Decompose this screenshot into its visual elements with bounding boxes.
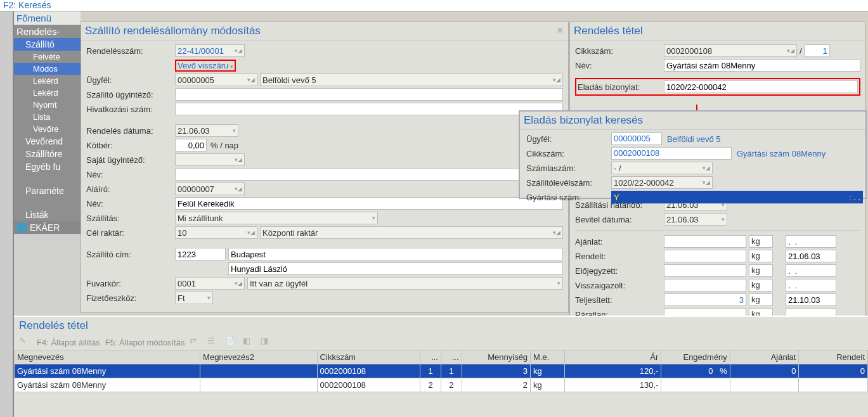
pop-itemname: Gyártási szám 08Menny bbox=[737, 149, 826, 158]
pop-client-no[interactable]: 00000005 bbox=[611, 132, 662, 145]
date-field[interactable] bbox=[786, 250, 836, 262]
doc-icon[interactable]: 📄 bbox=[225, 336, 238, 349]
sale-doc-highlight: Eladás bizonylat: bbox=[575, 78, 860, 96]
tree-print[interactable]: Nyomt bbox=[14, 99, 81, 111]
label-name1: Név: bbox=[86, 170, 175, 179]
tool-f4[interactable]: F4: Állapot állítás bbox=[37, 338, 100, 347]
tree-main[interactable]: Főmenü bbox=[14, 11, 81, 25]
order-date-field[interactable]: 21.06.03▾ bbox=[175, 124, 238, 137]
ship-field[interactable]: Mi szállítunk▾ bbox=[175, 212, 378, 224]
own-handler-field[interactable]: ▾◢ bbox=[175, 153, 245, 166]
date-field[interactable] bbox=[786, 235, 836, 248]
popup-title: Eladás bizonylat keresés bbox=[520, 112, 865, 130]
edit-icon[interactable]: ✎ bbox=[19, 336, 32, 349]
qty-field[interactable] bbox=[664, 279, 746, 292]
col-d2[interactable]: ... bbox=[441, 350, 462, 364]
name1-field[interactable] bbox=[175, 168, 563, 181]
penalty-field[interactable] bbox=[175, 139, 207, 151]
app-toolbar-strip bbox=[0, 11, 14, 417]
col-name2[interactable]: Megnevezés2 bbox=[200, 350, 318, 364]
table-row[interactable]: Gyártási szám 08Menny0002000108113kg120,… bbox=[15, 364, 868, 378]
label-pay: Fizetőeszköz: bbox=[86, 293, 175, 303]
label-pop-serial: Gyártási szám: bbox=[522, 193, 611, 202]
col-name[interactable]: Megnevezés bbox=[15, 350, 200, 364]
signer-field[interactable]: 00000007▾◢ bbox=[175, 183, 245, 195]
tree-query1[interactable]: Lekérd bbox=[14, 75, 81, 87]
tree-supp-order[interactable]: Szállítóre bbox=[14, 148, 81, 160]
date-field[interactable] bbox=[786, 264, 836, 277]
tree-orders[interactable]: Rendelés- bbox=[14, 25, 81, 38]
order-items-panel: Rendelés tétel ✎ F4: Állapot állítás F5:… bbox=[14, 316, 868, 417]
label-route: Fuvarkör: bbox=[86, 279, 175, 288]
col-ord[interactable]: Rendelt bbox=[799, 350, 868, 364]
swap-icon[interactable]: ⇄ bbox=[190, 336, 202, 349]
filter-icon[interactable]: ◧ bbox=[243, 336, 256, 349]
order-items-table[interactable]: Megnevezés Megnevezés2 Cikkszám ... ... … bbox=[14, 350, 868, 392]
pop-serial-field[interactable]: Y : . . bbox=[611, 191, 863, 203]
tree-query2[interactable]: Lekérd bbox=[14, 87, 81, 99]
route-no-field[interactable]: 0001▾◢ bbox=[175, 277, 245, 290]
pop-delivno[interactable]: 1020/22-000042▾◢ bbox=[611, 176, 713, 189]
qty-field[interactable] bbox=[664, 293, 746, 306]
refno-field[interactable] bbox=[175, 103, 563, 115]
unit-field: kg bbox=[749, 235, 773, 248]
pop-itemno[interactable]: 0002000108 bbox=[611, 147, 732, 160]
city-field[interactable] bbox=[228, 248, 563, 260]
qty-field[interactable] bbox=[664, 250, 746, 262]
target-name-field[interactable]: Központi raktár▾◢ bbox=[260, 226, 563, 239]
target-no-field[interactable]: 10▾◢ bbox=[175, 226, 257, 239]
panel-title: Szállító rendelésállomány módosítás ✕ bbox=[81, 22, 568, 41]
handler-field[interactable] bbox=[175, 88, 563, 101]
col-unit[interactable]: M.e. bbox=[531, 350, 565, 364]
route-name-field[interactable]: Itt van az ügyfél▾ bbox=[247, 277, 563, 290]
qty-field[interactable] bbox=[664, 235, 746, 248]
label-refno: Hivatkozási szám: bbox=[86, 105, 175, 114]
list-icon[interactable]: ☰ bbox=[207, 336, 220, 349]
table-row[interactable]: Gyártási szám 08Menny0002000108222kg130,… bbox=[15, 378, 868, 392]
order-no-field[interactable]: 22-41/00001▾◢ bbox=[175, 44, 245, 57]
itemseq-field[interactable] bbox=[805, 44, 830, 57]
label-addr: Szállító cím: bbox=[86, 250, 175, 259]
return-type-dropdown[interactable]: Vevő visszáru▾ bbox=[175, 60, 236, 72]
date-field[interactable] bbox=[786, 279, 836, 292]
col-d1[interactable]: ... bbox=[420, 350, 441, 364]
entry-field[interactable]: 21.06.03▾ bbox=[664, 213, 727, 226]
close-icon[interactable]: ✕ bbox=[556, 25, 564, 36]
tool-f5[interactable]: F5: Állapot módosítás bbox=[105, 338, 185, 347]
zip-field[interactable] bbox=[175, 248, 226, 260]
tree-ekaer[interactable]: 🌐 EKÁER bbox=[14, 221, 81, 234]
tree-cust-order[interactable]: Vevőrend bbox=[14, 135, 81, 148]
label-order-no: Rendelésszám: bbox=[86, 46, 175, 56]
tree-modify[interactable]: Módos bbox=[14, 63, 81, 75]
client-no-field[interactable]: 00000005▾◢ bbox=[175, 74, 257, 86]
itemname-field[interactable] bbox=[664, 59, 860, 72]
col-offer[interactable]: Ajánlat bbox=[730, 350, 799, 364]
signer-name-field[interactable] bbox=[175, 197, 563, 210]
tree-customer[interactable]: Vevőre bbox=[14, 123, 81, 135]
itemno-field[interactable]: 0002000108▾◢ bbox=[664, 44, 797, 57]
street-field[interactable] bbox=[228, 262, 563, 275]
qty-field[interactable] bbox=[664, 264, 746, 277]
col-price[interactable]: Ár bbox=[565, 350, 661, 364]
pop-invno[interactable]: - /▾◢ bbox=[611, 162, 713, 174]
label-itemno: Cikkszám: bbox=[575, 46, 664, 56]
date-field[interactable] bbox=[786, 293, 836, 306]
col-qty[interactable]: Mennyiség bbox=[462, 350, 531, 364]
tree-other[interactable]: Egyéb fu bbox=[14, 160, 81, 173]
tree-create[interactable]: Felvéte bbox=[14, 51, 81, 63]
detail-title: Rendelés tétel bbox=[570, 22, 865, 41]
filter-off-icon[interactable]: ◨ bbox=[261, 336, 273, 349]
label-pop-client: Ügyfél: bbox=[522, 134, 611, 144]
pop-client-name: Belföldi vevő 5 bbox=[667, 134, 721, 144]
saledoc-field[interactable] bbox=[664, 80, 858, 93]
label-ship: Szállítás: bbox=[86, 214, 175, 223]
tree-list[interactable]: Lista bbox=[14, 111, 81, 123]
pay-field[interactable]: Ft▾ bbox=[175, 292, 213, 304]
tree-lists[interactable]: Listák bbox=[14, 208, 81, 221]
client-name-field[interactable]: Belföldi vevő 5▾◢ bbox=[260, 74, 563, 86]
col-item[interactable]: Cikkszám bbox=[317, 350, 420, 364]
col-disc[interactable]: Engedmény bbox=[661, 350, 730, 364]
unit-field: kg bbox=[749, 293, 773, 306]
tree-params[interactable]: Paraméte bbox=[14, 184, 81, 197]
tree-supplier[interactable]: Szállító bbox=[14, 38, 81, 51]
